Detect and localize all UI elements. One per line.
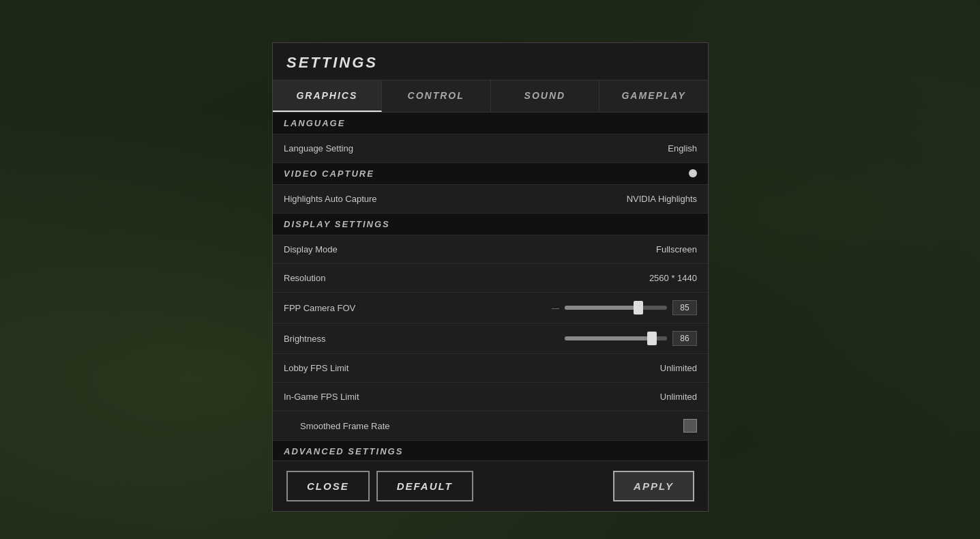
tab-control[interactable]: Control xyxy=(382,81,491,112)
tab-sound[interactable]: Sound xyxy=(491,81,600,112)
fpp-camera-fov-track[interactable] xyxy=(565,306,667,310)
label-fpp-camera-fov: FPP Camera FOV xyxy=(284,303,355,313)
settings-modal: Settings Graphics Control Sound Gameplay… xyxy=(272,42,709,512)
close-button[interactable]: Close xyxy=(286,471,370,501)
section-advanced-settings: Advanced Settings xyxy=(273,441,708,461)
fpp-camera-fov-thumb[interactable] xyxy=(634,301,643,315)
tab-gameplay[interactable]: Gameplay xyxy=(599,81,708,112)
row-resolution[interactable]: Resolution 2560 * 1440 xyxy=(273,264,708,293)
modal-title: Settings xyxy=(286,54,694,72)
row-in-game-fps-limit[interactable]: In-Game FPS Limit Unlimited xyxy=(273,383,708,411)
brightness-thumb[interactable] xyxy=(647,332,657,345)
value-highlights-auto-capture[interactable]: NVIDIA Highlights xyxy=(627,194,697,204)
value-language-setting[interactable]: English xyxy=(668,143,697,154)
default-button[interactable]: Default xyxy=(376,471,473,501)
value-display-mode[interactable]: Fullscreen xyxy=(656,244,697,254)
row-highlights-auto-capture[interactable]: Highlights Auto Capture NVIDIA Highlight… xyxy=(273,185,708,214)
modal-footer: Close Default Apply xyxy=(273,461,708,511)
row-smoothed-frame-rate[interactable]: Smoothed Frame Rate xyxy=(273,411,708,441)
label-smoothed-frame-rate: Smoothed Frame Rate xyxy=(300,421,390,431)
slider-fpp-camera-fov-container: — 85 xyxy=(552,300,697,315)
tab-graphics[interactable]: Graphics xyxy=(273,81,382,112)
fpp-camera-fov-value: 85 xyxy=(672,300,697,315)
section-video-capture: Video Capture xyxy=(273,163,708,185)
brightness-value: 86 xyxy=(672,331,697,346)
value-resolution[interactable]: 2560 * 1440 xyxy=(649,273,697,283)
label-brightness: Brightness xyxy=(284,334,325,344)
label-lobby-fps-limit: Lobby FPS Limit xyxy=(284,363,348,373)
footer-right-buttons: Apply xyxy=(613,471,694,501)
row-lobby-fps-limit[interactable]: Lobby FPS Limit Unlimited xyxy=(273,354,708,383)
row-display-mode[interactable]: Display Mode Fullscreen xyxy=(273,235,708,264)
label-in-game-fps-limit: In-Game FPS Limit xyxy=(284,392,359,402)
brightness-track[interactable] xyxy=(565,336,667,340)
modal-header: Settings xyxy=(273,43,708,81)
footer-left-buttons: Close Default xyxy=(286,471,473,501)
row-brightness[interactable]: Brightness 86 xyxy=(273,323,708,354)
label-resolution: Resolution xyxy=(284,273,325,283)
slider-min-label: — xyxy=(552,304,559,312)
fpp-camera-fov-fill xyxy=(565,306,638,310)
row-fpp-camera-fov[interactable]: FPP Camera FOV — 85 xyxy=(273,293,708,323)
row-language-setting[interactable]: Language Setting English xyxy=(273,134,708,163)
brightness-fill xyxy=(565,336,652,340)
value-in-game-fps-limit[interactable]: Unlimited xyxy=(660,392,697,402)
settings-content[interactable]: Language Language Setting English Video … xyxy=(273,113,708,461)
apply-button[interactable]: Apply xyxy=(613,471,694,501)
label-display-mode: Display Mode xyxy=(284,244,338,254)
smoothed-frame-rate-checkbox[interactable] xyxy=(683,419,697,433)
tabs-row: Graphics Control Sound Gameplay xyxy=(273,81,708,113)
label-highlights-auto-capture: Highlights Auto Capture xyxy=(284,194,377,204)
section-language: Language xyxy=(273,113,708,134)
section-display-settings: Display Settings xyxy=(273,214,708,235)
label-language-setting: Language Setting xyxy=(284,143,353,154)
value-lobby-fps-limit[interactable]: Unlimited xyxy=(660,363,697,373)
slider-brightness-container: 86 xyxy=(565,331,697,346)
